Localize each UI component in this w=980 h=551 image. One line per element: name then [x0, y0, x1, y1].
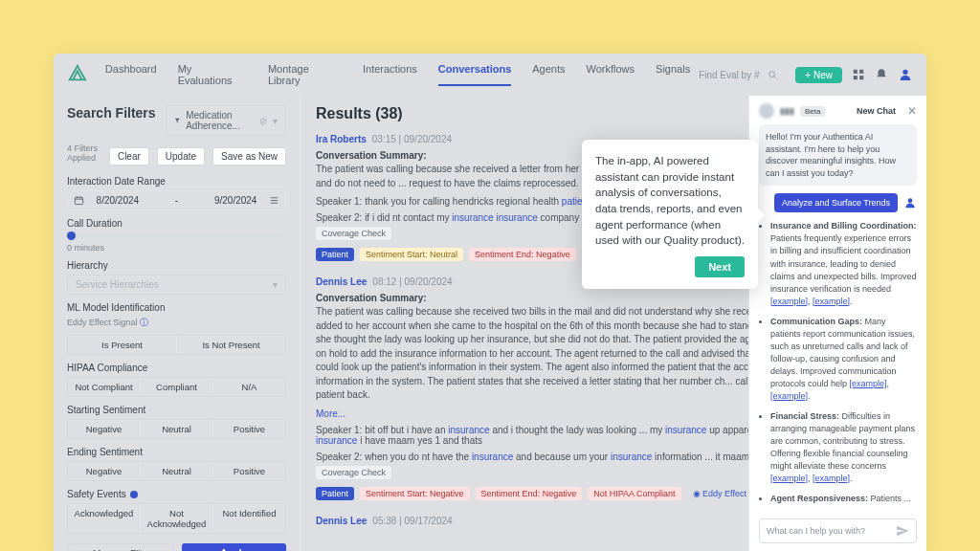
filters-title: Search Filters: [67, 105, 156, 121]
topic-chip[interactable]: Coverage Check: [316, 227, 391, 240]
ai-assistant-panel: ▮▮▮ Beta New Chat ✕ Hello! I'm your Auth…: [748, 96, 926, 551]
svg-rect-1: [854, 70, 858, 74]
svg-point-7: [908, 199, 913, 204]
new-button[interactable]: + New: [795, 67, 842, 83]
svg-rect-6: [75, 197, 82, 204]
eddy-signal-label: Eddy Effect Signal: [67, 318, 137, 327]
hipaa-label: HIPAA Compliance: [67, 363, 286, 373]
nav-conversations[interactable]: Conversations: [438, 63, 511, 86]
start-sentiment-segment[interactable]: NegativeNeutralPositive: [67, 419, 286, 439]
safety-segment[interactable]: AcknowledgedNot AcknowledgedNot Identifi…: [67, 503, 286, 534]
close-icon[interactable]: ✕: [907, 104, 917, 118]
send-icon[interactable]: [896, 524, 909, 538]
ai-avatar: [759, 103, 774, 119]
nav-signals[interactable]: Signals: [656, 63, 690, 86]
hierarchy-select[interactable]: Service Hierarchies▾: [67, 275, 286, 295]
nav-interactions[interactable]: Interactions: [363, 63, 417, 86]
beta-badge: Beta: [800, 106, 825, 117]
manage-filters-button[interactable]: + Manage Filters: [67, 543, 174, 551]
safety-label: Safety Events: [67, 489, 286, 499]
search-input[interactable]: Find Eval by #: [690, 66, 786, 84]
start-sentiment-label: Starting Sentiment: [67, 405, 286, 415]
hipaa-segment[interactable]: Not CompliantCompliantN/A: [67, 377, 286, 397]
update-button[interactable]: Update: [157, 147, 205, 165]
apply-button[interactable]: Apply: [182, 543, 287, 551]
app-logo: [67, 64, 88, 85]
nav-dashboard[interactable]: Dashboard: [105, 63, 157, 86]
list-icon[interactable]: [269, 195, 279, 206]
new-chat-button[interactable]: New Chat: [857, 106, 896, 116]
date-range-label: Interaction Date Range: [67, 176, 286, 187]
save-as-new-button[interactable]: Save as New: [212, 147, 286, 165]
patient-tag: Patient: [316, 248, 354, 261]
duration-label: Call Duration: [67, 218, 286, 229]
sentiment-start-tag: Sentiment Start: Neutral: [360, 248, 463, 261]
date-range-input[interactable]: 8/20/2024-9/20/2024: [67, 190, 286, 210]
nav-my-evaluations[interactable]: My Evaluations: [178, 63, 247, 86]
svg-rect-2: [859, 70, 863, 74]
sentiment-end-tag: Sentiment End: Negative: [469, 248, 576, 261]
eddy-segment[interactable]: Is PresentIs Not Present: [67, 335, 286, 355]
duration-slider[interactable]: [67, 234, 286, 237]
saved-filter-dropdown[interactable]: Medication Adherence... ⊘ ▾: [166, 105, 286, 136]
ai-greeting: Hello! I'm your Authentica AI assistant.…: [759, 124, 917, 186]
duration-min: 0 minutes: [67, 243, 286, 253]
bell-icon[interactable]: [875, 68, 888, 81]
svg-point-5: [902, 70, 907, 75]
clear-button[interactable]: Clear: [109, 147, 149, 165]
hierarchy-label: Hierarchy: [67, 260, 286, 271]
user-icon[interactable]: [898, 67, 913, 82]
end-sentiment-segment[interactable]: NegativeNeutralPositive: [67, 461, 286, 481]
nav-agents[interactable]: Agents: [532, 63, 565, 86]
topic-chip[interactable]: Coverage Check: [316, 466, 391, 479]
nav-montage-library[interactable]: Montage Library: [268, 63, 342, 86]
filter-icon: [174, 116, 181, 125]
calendar-icon: [74, 195, 84, 206]
ai-insights-list: Insurance and Billing Coordination: Pati…: [759, 220, 917, 505]
svg-point-0: [769, 72, 775, 77]
grid-icon[interactable]: [852, 68, 865, 81]
end-sentiment-label: Ending Sentiment: [67, 447, 286, 457]
svg-rect-4: [859, 76, 863, 79]
main-nav: Dashboard My Evaluations Montage Library…: [105, 63, 690, 86]
onboarding-tooltip: The in-app, AI powered assistant can pro…: [582, 140, 758, 289]
filters-applied-count: 4 Filters Applied: [67, 143, 101, 163]
svg-rect-3: [854, 76, 858, 79]
next-button[interactable]: Next: [695, 256, 745, 277]
analyze-trends-button[interactable]: Analyze and Surface Trends: [774, 193, 898, 212]
nav-workflows[interactable]: Workflows: [587, 63, 635, 86]
ai-chat-input[interactable]: What can I help you with?: [759, 518, 917, 543]
search-filters-panel: Search Filters Medication Adherence... ⊘…: [54, 96, 301, 551]
user-bubble-icon: [903, 196, 917, 209]
ml-label: ML Model Identification: [67, 302, 286, 313]
